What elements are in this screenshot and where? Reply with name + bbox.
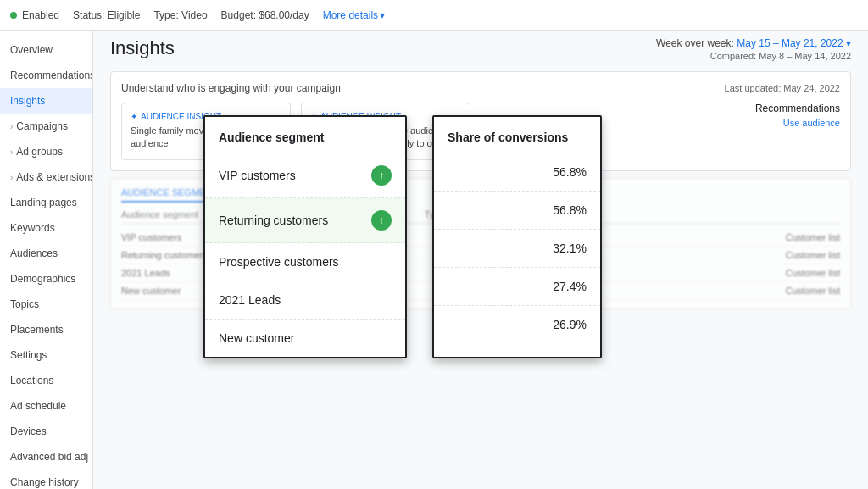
sidebar-label: Audiences	[10, 247, 58, 259]
overlay-container: Audience segment VIP customers ↑ Returni…	[203, 115, 602, 358]
sidebar-label: Placements	[10, 324, 64, 336]
sidebar-item-placements[interactable]: Placements	[0, 317, 92, 342]
row-type: Customer list	[786, 286, 840, 296]
sidebar-item-settings[interactable]: Settings	[0, 342, 92, 368]
sidebar-label: Ad schedule	[10, 400, 66, 412]
sidebar-label: Landing pages	[10, 197, 77, 208]
segment-label: Returning customers	[219, 214, 328, 227]
col-audience: Audience segment	[121, 209, 198, 219]
sidebar-label: Settings	[10, 349, 47, 361]
sidebar-item-adgroups[interactable]: › Ad groups	[0, 139, 92, 164]
sidebar-label: Overview	[10, 44, 53, 56]
row-type: Customer list	[786, 250, 840, 260]
segment-row-vip[interactable]: VIP customers ↑	[205, 153, 405, 198]
type-video: Type: Video	[153, 9, 207, 21]
use-audience-label[interactable]: Use audience	[783, 118, 840, 128]
page-header: Insights Week over week: May 15 – May 21…	[93, 31, 868, 64]
sidebar-item-change-history[interactable]: Change history	[0, 470, 92, 489]
sidebar-label: Ad groups	[16, 146, 63, 158]
sidebar-label: Change history	[10, 476, 79, 488]
sidebar-item-demographics[interactable]: Demographics	[0, 266, 92, 292]
sidebar-label: Ads & extensions	[16, 171, 93, 183]
compared-range: Compared: May 8 – May 14, 2022	[656, 51, 851, 61]
date-range-text: Week over week: May 15 – May 21, 2022 ▾	[656, 37, 851, 49]
row-name: 2021 Leads	[121, 268, 170, 278]
segment-row-new-customer[interactable]: New customer	[205, 320, 405, 357]
trend-up-icon: ↑	[371, 165, 392, 186]
main-layout: Overview Recommendations Insights › Camp…	[0, 31, 868, 489]
conv-row-3: 32.1%	[434, 230, 600, 268]
row-name: New customer	[121, 286, 181, 296]
understand-text: Understand who is engaging with your cam…	[121, 82, 341, 94]
chevron-icon: ›	[10, 173, 13, 182]
date-range: Week over week: May 15 – May 21, 2022 ▾ …	[656, 37, 851, 61]
conv-row-1: 56.8%	[434, 153, 600, 192]
sidebar-item-ad-schedule[interactable]: Ad schedule	[0, 393, 92, 419]
dropdown-icon[interactable]: ▾	[846, 37, 851, 49]
sidebar-item-bid-adj[interactable]: Advanced bid adj	[0, 444, 92, 470]
understand-header: Understand who is engaging with your cam…	[121, 82, 840, 94]
chevron-icon: ›	[10, 147, 13, 157]
segment-label: VIP customers	[219, 169, 296, 182]
status-eligible: Status: Eligible	[73, 9, 140, 21]
sidebar-item-recommendations[interactable]: Recommendations	[0, 63, 92, 88]
segment-row-prospective[interactable]: Prospective customers	[205, 243, 405, 281]
chevron-icon: ›	[10, 122, 13, 131]
segment-row-returning[interactable]: Returning customers ↑	[205, 198, 405, 243]
sidebar-item-keywords[interactable]: Keywords	[0, 215, 92, 241]
row-type: Customer list	[786, 268, 840, 278]
sidebar-label: Campaigns	[16, 120, 68, 132]
chevron-down-icon: ▾	[380, 9, 385, 21]
conversions-panel: Share of conversions 56.8% 56.8% 32.1% 2…	[432, 115, 602, 358]
top-bar: Enabled Status: Eligible Type: Video Bud…	[0, 0, 868, 31]
status-dot	[10, 12, 17, 19]
sidebar-label: Keywords	[10, 222, 55, 234]
more-details-link[interactable]: More details ▾	[323, 9, 385, 21]
row-type: Customer list	[786, 232, 840, 242]
sidebar-item-campaigns[interactable]: › Campaigns	[0, 114, 92, 139]
conversions-panel-header: Share of conversions	[434, 117, 600, 153]
sidebar-label: Advanced bid adj	[10, 451, 88, 463]
segment-panel: Audience segment VIP customers ↑ Returni…	[203, 115, 407, 358]
main-content: Insights Week over week: May 15 – May 21…	[93, 31, 868, 489]
budget: Budget: $68.00/day	[221, 9, 309, 21]
segment-label: New customer	[219, 331, 294, 345]
sidebar-label: Topics	[10, 298, 39, 310]
sidebar-item-locations[interactable]: Locations	[0, 368, 92, 393]
sidebar-item-ads-extensions[interactable]: › Ads & extensions	[0, 164, 92, 190]
campaign-status: Enabled	[10, 9, 59, 21]
segment-panel-header: Audience segment	[205, 117, 405, 153]
last-updated: Last updated: May 24, 2022	[725, 83, 840, 93]
enabled-label: Enabled	[22, 9, 59, 21]
sidebar-label: Demographics	[10, 273, 75, 285]
sidebar-item-devices[interactable]: Devices	[0, 419, 92, 444]
trend-up-icon: ↑	[371, 210, 392, 231]
sidebar: Overview Recommendations Insights › Camp…	[0, 31, 93, 489]
segment-label: Prospective customers	[219, 255, 339, 269]
sidebar-item-audiences[interactable]: Audiences	[0, 241, 92, 266]
row-name: Returning customers	[121, 250, 208, 260]
recommendations-label: Recommendations	[755, 103, 840, 114]
segment-label: 2021 Leads	[219, 293, 281, 307]
sidebar-item-landing-pages[interactable]: Landing pages	[0, 190, 92, 215]
sidebar-label: Recommendations	[10, 69, 93, 81]
sidebar-label: Locations	[10, 375, 53, 386]
sidebar-label: Devices	[10, 425, 47, 437]
conv-row-2: 56.8%	[434, 192, 600, 230]
segment-row-2021leads[interactable]: 2021 Leads	[205, 281, 405, 320]
sidebar-item-insights[interactable]: Insights	[0, 88, 92, 114]
page-title: Insights	[110, 37, 175, 59]
row-name: VIP customers	[121, 232, 181, 242]
sidebar-item-topics[interactable]: Topics	[0, 292, 92, 317]
sidebar-label: Insights	[10, 95, 45, 107]
sidebar-item-overview[interactable]: Overview	[0, 37, 92, 63]
date-range-value: May 15 – May 21, 2022	[737, 37, 843, 49]
conv-row-4: 27.4%	[434, 268, 600, 306]
audience-insight-icon: ✦	[131, 112, 137, 121]
conv-row-5: 26.9%	[434, 306, 600, 343]
